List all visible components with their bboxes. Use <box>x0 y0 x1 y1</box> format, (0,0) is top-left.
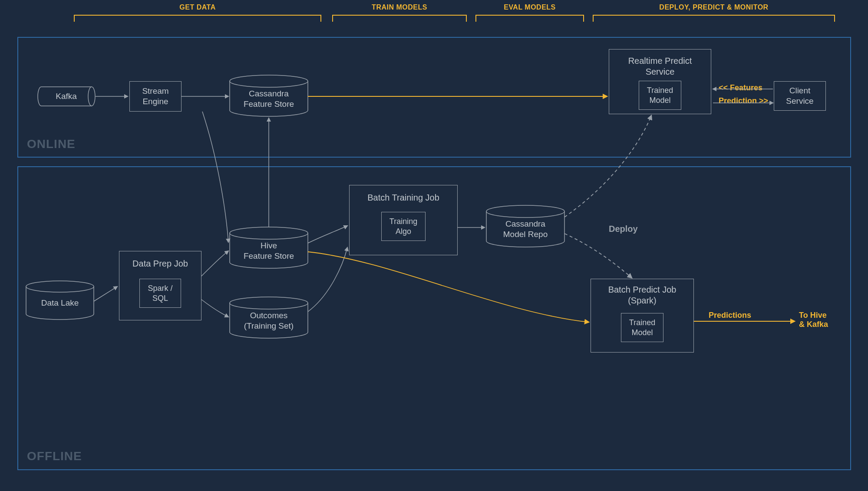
zone-label-offline: OFFLINE <box>27 449 82 463</box>
node-kafka: Kafka <box>41 91 91 102</box>
node-batch-predict-job-inner-label: Trained Model <box>629 318 655 337</box>
node-hive-feature-store: Hive Feature Store <box>230 241 308 261</box>
node-data-lake: Data Lake <box>26 298 94 308</box>
zone-label-online: ONLINE <box>27 137 76 151</box>
node-data-prep-job-title: Data Prep Job <box>132 258 188 269</box>
node-batch-training-job-inner-label: Training Algo <box>389 217 417 236</box>
node-cassandra-model-repo-label: Cassandra Model Repo <box>503 219 548 239</box>
label-features-in: << Features <box>719 83 762 92</box>
node-batch-training-job-inner: Training Algo <box>381 212 426 241</box>
node-data-lake-label: Data Lake <box>41 298 79 307</box>
stage-label-eval-models: EVAL MODELS <box>475 3 584 11</box>
stage-bracket-train-models <box>332 15 467 21</box>
stage-label-deploy-predict-monitor: DEPLOY, PREDICT & MONITOR <box>593 3 835 11</box>
label-prediction-out: Prediction >> <box>719 96 768 105</box>
node-cassandra-feature-store: Cassandra Feature Store <box>230 89 308 109</box>
node-kafka-label: Kafka <box>56 92 77 101</box>
stage-label-get-data: GET DATA <box>74 3 321 11</box>
node-data-prep-job-inner-label: Spark / SQL <box>148 284 172 303</box>
node-stream-engine: Stream Engine <box>129 81 182 112</box>
node-client-service: Client Service <box>774 81 826 111</box>
node-realtime-predict-service-inner-label: Trained Model <box>647 86 673 105</box>
label-deploy: Deploy <box>609 224 638 234</box>
node-data-prep-job: Data Prep Job Spark / SQL <box>119 251 201 320</box>
node-outcomes: Outcomes (Training Set) <box>230 310 308 331</box>
node-data-prep-job-inner: Spark / SQL <box>139 279 181 308</box>
node-batch-training-job-title: Batch Training Job <box>367 192 439 203</box>
stage-bracket-deploy-predict-monitor <box>593 15 835 21</box>
node-realtime-predict-service-title: Realtime Predict Service <box>628 56 692 77</box>
label-to-hive-kafka: To Hive & Kafka <box>799 311 828 329</box>
node-client-service-label: Client Service <box>786 86 813 106</box>
node-batch-training-job: Batch Training Job Training Algo <box>349 185 458 255</box>
node-cassandra-model-repo: Cassandra Model Repo <box>486 219 564 240</box>
stage-bracket-get-data <box>74 15 321 21</box>
node-realtime-predict-service-inner: Trained Model <box>639 81 681 110</box>
stage-label-train-models: TRAIN MODELS <box>332 3 467 11</box>
node-outcomes-label: Outcomes (Training Set) <box>244 311 294 330</box>
node-hive-feature-store-label: Hive Feature Store <box>244 241 294 260</box>
node-batch-predict-job: Batch Predict Job (Spark) Trained Model <box>591 279 694 353</box>
node-batch-predict-job-inner: Trained Model <box>621 313 663 342</box>
node-cassandra-feature-store-label: Cassandra Feature Store <box>244 89 294 109</box>
node-batch-predict-job-title: Batch Predict Job (Spark) <box>608 284 677 306</box>
label-predictions: Predictions <box>709 311 751 320</box>
stage-bracket-eval-models <box>475 15 584 21</box>
node-realtime-predict-service: Realtime Predict Service Trained Model <box>609 49 711 114</box>
node-stream-engine-label: Stream Engine <box>142 86 168 107</box>
